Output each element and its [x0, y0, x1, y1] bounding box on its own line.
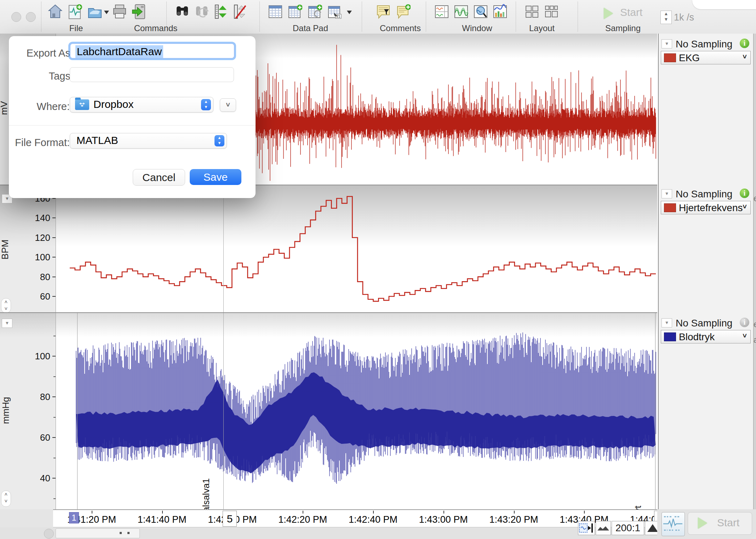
export-as-label: Export As:: [17, 47, 73, 59]
channel2-color-swatch: [664, 203, 676, 212]
comment-add-icon[interactable]: [396, 4, 411, 20]
sampling-start-panel[interactable]: Start: [688, 512, 752, 535]
sampling-rate-stepper[interactable]: ▲▼: [660, 11, 672, 24]
where-select[interactable]: Dropbox ▲▼: [70, 97, 213, 112]
zoom-ratio-value[interactable]: 200:1: [612, 521, 644, 535]
window-close-button[interactable]: [11, 12, 21, 22]
svg-text:21: 21: [336, 15, 340, 18]
where-disclosure-button[interactable]: ˅: [220, 98, 236, 112]
y-minor-tick-mark: [53, 458, 56, 458]
where-stepper-icon: ▲▼: [201, 99, 211, 110]
scope-view-icon[interactable]: [454, 4, 468, 20]
home-icon[interactable]: [48, 4, 62, 20]
filename-input[interactable]: LabchartDataRaw: [70, 43, 235, 59]
comment-line-valsalva[interactable]: [223, 185, 224, 509]
tags-input[interactable]: [70, 67, 234, 82]
heart-rate-trace: [56, 185, 657, 312]
scale-autofit-icon[interactable]: [213, 4, 227, 20]
channel3-select[interactable]: Blodtryk ˅: [661, 330, 751, 343]
where-label: Where:: [13, 101, 70, 112]
status-corner: Start: [657, 509, 756, 539]
channel3-collapse-button[interactable]: ▾: [662, 318, 672, 328]
datapad-dropdown-caret[interactable]: [346, 4, 353, 20]
save-button[interactable]: Save: [190, 169, 241, 185]
file-format-label: File Format:: [13, 137, 70, 149]
time-label: 1:43:20 PM: [489, 514, 538, 525]
scale-off-icon[interactable]: [232, 4, 246, 20]
sampling-start-play-icon[interactable]: [604, 8, 613, 19]
export-icon[interactable]: [132, 4, 146, 20]
toolbar-separator: [516, 1, 516, 32]
new-document-icon[interactable]: [68, 4, 82, 20]
scroll-to-end-button[interactable]: [578, 521, 595, 535]
file-format-select[interactable]: MATLAB ▲▼: [70, 133, 227, 149]
channel3-info-icon[interactable]: i: [740, 318, 749, 327]
channel2-select[interactable]: Hjertefrekvens ˅: [661, 201, 751, 214]
channel1-collapse-button[interactable]: ▾: [662, 39, 672, 48]
y-tick-mark: [52, 257, 56, 257]
panel1-unit-label: mV: [0, 101, 10, 115]
comment-line-flvt[interactable]: [655, 312, 655, 509]
find-again-icon[interactable]: [195, 4, 209, 20]
block-marker-5[interactable]: 5: [223, 511, 237, 527]
y-tick-label: 140: [8, 213, 50, 224]
y-minor-tick-mark: [53, 336, 56, 336]
toolbar-group-comments: Comments: [377, 23, 423, 33]
ecg-settings-button[interactable]: [662, 512, 685, 536]
horizontal-scrollbar[interactable]: [0, 527, 657, 539]
sampling-start-button[interactable]: Start: [620, 6, 642, 18]
sampling-rate-value: 1k /s: [674, 12, 694, 23]
zoom-out-button[interactable]: [596, 521, 611, 535]
chart-view-icon[interactable]: [435, 4, 449, 20]
channel3-name: Blodtryk: [679, 331, 715, 343]
datapad-add-icon[interactable]: [288, 4, 302, 20]
print-icon[interactable]: [113, 4, 127, 20]
layout-mixed-icon[interactable]: [544, 4, 559, 20]
toolbar-separator: [426, 1, 426, 32]
channel2-collapse-button[interactable]: ▾: [662, 189, 672, 198]
panel3-collapse-button[interactable]: ▾: [2, 319, 12, 328]
y-tick-label: 60: [8, 432, 50, 443]
time-tick-mark: [443, 511, 444, 514]
time-label: 1:41:40 PM: [138, 514, 187, 525]
file-format-value: MATLAB: [76, 134, 118, 146]
y-tick-mark: [52, 356, 56, 357]
time-tick-mark: [92, 511, 92, 514]
y-tick-mark: [52, 296, 56, 297]
y-tick-label: 80: [8, 272, 50, 283]
export-dialog: Export As: LabchartDataRaw Tags: Where: …: [9, 36, 256, 198]
toolbar-separator: [259, 1, 260, 32]
block-marker-1[interactable]: 1: [69, 512, 79, 523]
channel1-color-swatch: [664, 53, 676, 62]
scrollbar-grip-dot: [120, 532, 122, 534]
open-file-dropdown-caret[interactable]: [103, 4, 110, 20]
datapad-goto-icon[interactable]: 21: [328, 4, 342, 20]
tags-label: Tags:: [17, 70, 73, 82]
filename-value: LabchartDataRaw: [75, 45, 163, 58]
find-icon[interactable]: [175, 4, 189, 20]
layout-grid-icon[interactable]: [525, 4, 539, 20]
spectrum-view-icon[interactable]: [493, 4, 507, 20]
time-axis[interactable]: 1:41:20 PM1:41:40 PM1:42:00 PM1:42:20 PM…: [53, 509, 657, 527]
window-minimize-button[interactable]: [26, 12, 36, 22]
datapad-add-multiple-icon[interactable]: [308, 4, 322, 20]
toolbar-separator: [578, 1, 578, 32]
y-minor-tick-mark: [53, 498, 56, 499]
panel3-scale-scroll[interactable]: ˄˅: [1, 491, 11, 507]
channel1-select[interactable]: EKG ˅: [661, 51, 751, 64]
y-minor-tick-mark: [53, 376, 56, 377]
scrollbar-left-button[interactable]: [44, 529, 54, 539]
panel-divider-2[interactable]: [0, 312, 657, 313]
toolbar: File Commands 21 Data Pad Comments Windo…: [0, 0, 756, 34]
start-button-label: Start: [717, 517, 739, 529]
comment-filter-icon[interactable]: [376, 4, 390, 20]
time-tick-mark: [373, 511, 374, 514]
open-file-icon[interactable]: [88, 4, 102, 20]
cancel-button[interactable]: Cancel: [133, 169, 185, 186]
dialog-separator: [9, 125, 256, 126]
channel1-info-icon[interactable]: i: [740, 39, 749, 48]
channel2-info-icon[interactable]: i: [740, 189, 749, 198]
datapad-view-icon[interactable]: [268, 4, 282, 20]
y-tick-label: 60: [8, 291, 50, 302]
zoom-view-icon[interactable]: [474, 4, 488, 20]
